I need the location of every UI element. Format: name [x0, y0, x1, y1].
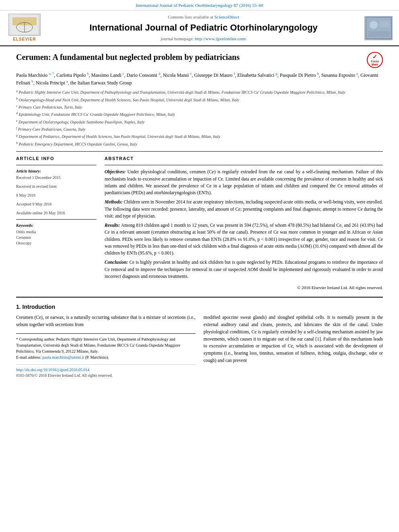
received-revised-label: Received in revised form: [16, 184, 97, 189]
abstract-text: Objectives: Under physiological conditio…: [105, 168, 383, 280]
footnote-corresponding: * Corresponding author. Pediatric Highly…: [16, 336, 195, 360]
article-info-column: ARTICLE INFO Article history: Received 1…: [16, 156, 97, 291]
keyword-otoscopy: Otoscopy: [16, 240, 97, 246]
conclusion-label: Conclusion:: [105, 260, 128, 265]
email-link[interactable]: paola.marchisio@unimi.it: [42, 355, 84, 359]
section-divider: [16, 151, 383, 152]
introduction-heading: 1. Introduction: [16, 303, 383, 311]
sciencedirect-label: Contents lists available at ScienceDirec…: [47, 14, 360, 20]
available-online: Available online 20 May 2016: [16, 210, 97, 216]
keywords-label: Keywords:: [16, 223, 97, 228]
sciencedirect-link[interactable]: ScienceDirect: [214, 14, 239, 19]
copyright-line: © 2016 Elsevier Ireland Ltd. All rights …: [105, 283, 383, 291]
abstract-results: Results: Among 819 children aged 1 month…: [105, 222, 383, 257]
affiliation-c: c Primary Care Pediatrician, Turin, Ital…: [16, 104, 383, 110]
top-citation-bar: International Journal of Pediatric Otorh…: [0, 0, 399, 10]
svg-rect-7: [380, 21, 390, 27]
results-label: Results:: [105, 223, 120, 228]
journal-header: ELSEVIER Contents lists available at Sci…: [0, 10, 399, 46]
footnote-section: * Corresponding author. Pediatric Highly…: [16, 333, 195, 360]
email-label: E-mail address:: [16, 355, 41, 359]
doi-link: http://dx.doi.org/10.1016/j.ijporl.2016.…: [16, 367, 195, 373]
citation-text: International Journal of Pediatric Otorh…: [136, 3, 263, 8]
journal-center: Contents lists available at ScienceDirec…: [43, 14, 364, 42]
introduction-section: 1. Introduction Cerumen (Ce), or earwax,…: [16, 303, 383, 378]
history-label: Article history:: [16, 168, 97, 174]
received-date: Received 1 December 2015: [16, 175, 97, 181]
affiliation-h: h Pediatric Emergency Department, IRCCS …: [16, 141, 383, 147]
journal-title: International Journal of Pediatric Otorh…: [47, 22, 360, 34]
abstract-column: ABSTRACT Objectives: Under physiological…: [105, 156, 383, 291]
affiliations: a Pediatric Highly Intensive Care Unit, …: [16, 89, 383, 147]
received-revised-date: 8 May 2016: [16, 193, 97, 198]
abstract-header: ABSTRACT: [105, 156, 383, 162]
affiliation-e: e Department of Otolaryngology, Ospedale…: [16, 119, 383, 125]
intro-para-right-1: modified apocrine sweat glands) and slou…: [204, 314, 383, 364]
elsevier-logo: ELSEVIER: [6, 14, 43, 42]
svg-point-6: [370, 21, 378, 29]
article-title: Cerumen: A fundamental but neglected pro…: [16, 52, 363, 62]
elsevier-text: ELSEVIER: [13, 37, 36, 42]
intro-col-left: Cerumen (Ce), or earwax, is a naturally …: [16, 314, 195, 378]
affiliation-g: g Department of Pediatrics, Department o…: [16, 133, 383, 140]
keyword-otitis: Otitis media: [16, 229, 97, 235]
email-suffix: (P. Marchisio).: [85, 355, 109, 359]
methods-label: Methods:: [105, 199, 123, 204]
issn-text: 0165-5876/© 2016 Elsevier Ireland Ltd. A…: [16, 373, 195, 378]
objectives-label: Objectives:: [105, 169, 125, 174]
intro-col-right: modified apocrine sweat glands) and slou…: [204, 314, 383, 378]
journal-homepage: journal homepage: http://www.ijporlonlin…: [47, 36, 360, 42]
svg-rect-8: [368, 31, 390, 37]
full-divider: [16, 297, 383, 298]
authors-line: Paola Marchisio a, *, Carlotta Pipolo b,…: [16, 71, 383, 86]
journal-cover-image: [364, 16, 393, 40]
homepage-link[interactable]: http://www.ijporlonline.com/: [195, 36, 246, 41]
introduction-body: Cerumen (Ce), or earwax, is a naturally …: [16, 314, 383, 378]
article-info-abstract-section: ARTICLE INFO Article history: Received 1…: [16, 156, 383, 291]
bottom-bar: http://dx.doi.org/10.1016/j.ijporl.2016.…: [16, 364, 195, 378]
affiliation-f: f Primary Care Pediatrician, Caserta, It…: [16, 126, 383, 132]
abstract-conclusion: Conclusion: Ce is highly prevalent in he…: [105, 259, 383, 280]
elsevier-logo-image: [8, 14, 41, 36]
intro-text-left: Cerumen (Ce), or earwax, is a naturally …: [16, 314, 195, 329]
main-content: Cerumen: A fundamental but neglected pro…: [0, 46, 399, 384]
accepted-date: Accepted 9 May 2016: [16, 201, 97, 207]
abstract-methods: Methods: Children seen in November 2014 …: [105, 199, 383, 220]
crossmark-logo: ✓ CrossMark: [367, 52, 383, 68]
keyword-cerumen: Cerumen: [16, 235, 97, 240]
affiliation-d: d Epidemiology Unit, Fondazione IRCCS Ca…: [16, 111, 383, 117]
abstract-objectives: Objectives: Under physiological conditio…: [105, 168, 383, 196]
intro-text-right: modified apocrine sweat glands) and slou…: [204, 314, 383, 364]
intro-para-1: Cerumen (Ce), or earwax, is a naturally …: [16, 314, 195, 329]
affiliation-b: b Otolaryngology-Head and Neck Unit, Dep…: [16, 97, 383, 103]
affiliation-a: a Pediatric Highly Intensive Care Unit, …: [16, 89, 383, 95]
article-info-header: ARTICLE INFO: [16, 156, 97, 162]
